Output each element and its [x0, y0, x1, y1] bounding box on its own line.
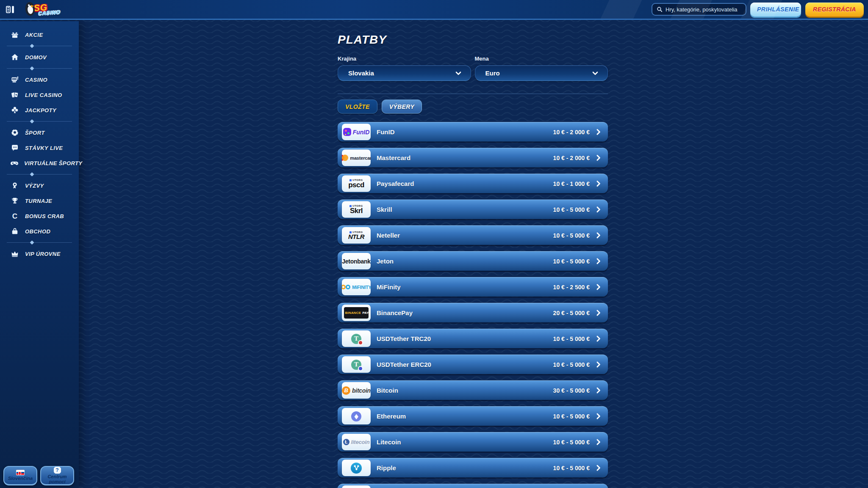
- sidebar-item-virtualne-sporty[interactable]: VIRTUÁLNE ŠPORTY: [0, 155, 79, 171]
- mastercard-logo: mastercard: [342, 150, 371, 166]
- question-mark-icon: ?: [54, 467, 61, 474]
- language-selector-button[interactable]: Slovenčina: [3, 466, 37, 485]
- payment-range: 30 € - 5 000 €: [553, 387, 590, 394]
- payment-range: 10 € - 5 000 €: [553, 336, 590, 342]
- payment-row-usdt-trc20[interactable]: T USDTether TRC20 10 € - 5 000 €: [338, 329, 608, 348]
- payment-name: Litecoin: [377, 438, 401, 446]
- payment-row-skrill[interactable]: UTORG Skrl Skrill 10 € - 5 000 €: [338, 200, 608, 219]
- payment-name: BinancePay: [377, 309, 413, 316]
- usdt-trc20-logo: T: [342, 330, 371, 347]
- payment-name: FunID: [377, 128, 395, 136]
- payment-name: Neteller: [377, 232, 400, 239]
- payment-range: 10 € - 1 000 €: [553, 180, 590, 187]
- sidebar-item-domov[interactable]: DOMOV: [0, 50, 79, 65]
- gamepad-icon: [10, 159, 19, 167]
- medal-icon: [10, 181, 19, 190]
- chevron-right-icon: [595, 128, 602, 136]
- crab-icon: C: [10, 213, 19, 220]
- sidebar-item-obchod[interactable]: OBCHOD: [0, 224, 79, 239]
- help-center-button[interactable]: ? Centrum pomoci: [40, 466, 74, 485]
- currency-select[interactable]: Euro: [475, 65, 608, 81]
- payment-range: 10 € - 2 000 €: [553, 155, 590, 161]
- country-label: Krajina: [338, 55, 471, 62]
- payment-row-neteller[interactable]: UTORG NTLR Neteller 10 € - 5 000 €: [338, 225, 608, 245]
- section-divider: [338, 94, 608, 94]
- page-title: PLATBY: [338, 33, 608, 47]
- payment-range: 10 € - 5 000 €: [553, 361, 590, 368]
- tab-withdrawals[interactable]: VÝBERY: [382, 100, 422, 114]
- payment-range: 10 € - 5 000 €: [553, 232, 590, 239]
- sidebar: AKCIE DOMOV CASINO LIVE CASINO JACKPOTY …: [0, 21, 79, 488]
- country-select[interactable]: Slovakia: [338, 65, 471, 81]
- sidebar-item-casino[interactable]: CASINO: [0, 72, 79, 87]
- chevron-down-icon: [592, 71, 598, 75]
- payment-row-partial[interactable]: [338, 484, 608, 488]
- chevron-right-icon: [595, 413, 602, 420]
- search-box[interactable]: [652, 3, 746, 16]
- sidebar-divider: [7, 242, 72, 243]
- sidebar-toggle-icon[interactable]: [6, 4, 17, 14]
- sidebar-item-vip-urovne[interactable]: VIP ÚROVNE: [0, 246, 79, 261]
- main-content: PLATBY Krajina Slovakia Mena Euro VLOŽTE…: [79, 21, 868, 488]
- tron-badge-icon: [358, 340, 363, 345]
- logo-text-casino: CASINO: [38, 10, 61, 16]
- sidebar-item-jackpoty[interactable]: JACKPOTY: [0, 103, 79, 118]
- clover-icon: [10, 106, 19, 114]
- jetonbank-logo: Jetonbank: [342, 253, 371, 269]
- sidebar-item-live-casino[interactable]: LIVE CASINO: [0, 87, 79, 103]
- payment-logo: [342, 485, 371, 488]
- sidebar-divider: [7, 174, 72, 175]
- crown-icon: [10, 250, 19, 258]
- tab-deposits[interactable]: VLOŽTE: [338, 100, 377, 114]
- binance-pay-logo: BINANCEPAY: [342, 305, 371, 321]
- chevron-down-icon: [455, 71, 461, 75]
- payment-row-jeton[interactable]: Jetonbank Jeton 10 € - 5 000 €: [338, 251, 608, 271]
- search-icon: [657, 6, 663, 12]
- sidebar-item-vyzvy[interactable]: VÝZVY: [0, 178, 79, 193]
- slovak-flag-icon: [16, 470, 25, 475]
- payment-row-mastercard[interactable]: mastercard Mastercard 10 € - 2 000 €: [338, 148, 608, 167]
- chevron-right-icon: [595, 438, 602, 446]
- payment-row-mifinity[interactable]: MiFINITY MiFinity 10 € - 2 500 €: [338, 277, 608, 297]
- payment-row-usdt-erc20[interactable]: T USDTether ERC20 10 € - 5 000 €: [338, 355, 608, 374]
- payment-name: Ripple: [377, 464, 396, 471]
- sidebar-item-stavky-live[interactable]: STÁVKY LIVE: [0, 140, 79, 155]
- payment-name: Ethereum: [377, 413, 406, 420]
- sidebar-divider: [7, 68, 72, 69]
- ethereum-badge-icon: [358, 366, 363, 371]
- payment-row-bitcoin[interactable]: B bitcoin Bitcoin 30 € - 5 000 €: [338, 380, 608, 400]
- penguin-mascot-icon: [23, 1, 37, 18]
- chevron-right-icon: [595, 154, 602, 161]
- payment-row-litecoin[interactable]: Ł litecoin Litecoin 10 € - 5 000 €: [338, 432, 608, 452]
- home-icon: [10, 53, 19, 61]
- chevron-right-icon: [595, 464, 602, 471]
- payment-range: 10 € - 2 500 €: [553, 284, 590, 291]
- sidebar-item-turnaje[interactable]: TURNAJE: [0, 193, 79, 208]
- payment-name: Skrill: [377, 206, 392, 213]
- payment-row-paysafecard[interactable]: UTORG pscd Paysafecard 10 € - 1 000 €: [338, 174, 608, 193]
- payment-range: 10 € - 5 000 €: [553, 258, 590, 265]
- login-button[interactable]: PRIHLÁSENIE: [750, 3, 801, 17]
- sidebar-item-bonus-crab[interactable]: C BONUS CRAB: [0, 208, 79, 224]
- payment-range: 10 € - 5 000 €: [553, 413, 590, 420]
- payment-row-ripple[interactable]: Ripple 10 € - 5 000 €: [338, 458, 608, 477]
- payment-row-ethereum[interactable]: ◆ Ethereum 10 € - 5 000 €: [338, 406, 608, 426]
- payment-methods-list: FunID FunID 10 € - 2 000 € mastercard Ma…: [338, 122, 608, 488]
- chevron-right-icon: [595, 309, 602, 316]
- payment-row-binancepay[interactable]: BINANCEPAY BinancePay 20 € - 5 000 €: [338, 303, 608, 322]
- funid-logo: FunID: [342, 124, 371, 140]
- neteller-logo: UTORG NTLR: [342, 227, 371, 244]
- payment-name: USDTether TRC20: [377, 335, 431, 342]
- litecoin-logo: Ł litecoin: [342, 434, 371, 450]
- sidebar-item-sport[interactable]: ŠPORT: [0, 125, 79, 140]
- gift-icon: [10, 30, 19, 39]
- trophy-icon: [10, 197, 19, 205]
- chevron-right-icon: [595, 361, 602, 368]
- register-button[interactable]: REGISTRÁCIA: [805, 3, 864, 17]
- search-input[interactable]: [666, 6, 741, 13]
- chevron-right-icon: [595, 283, 602, 291]
- currency-label: Mena: [475, 55, 608, 62]
- payment-row-funid[interactable]: FunID FunID 10 € - 2 000 €: [338, 122, 608, 141]
- sg-casino-logo[interactable]: SG CASINO: [24, 1, 61, 17]
- sidebar-item-akcie[interactable]: AKCIE: [0, 27, 79, 42]
